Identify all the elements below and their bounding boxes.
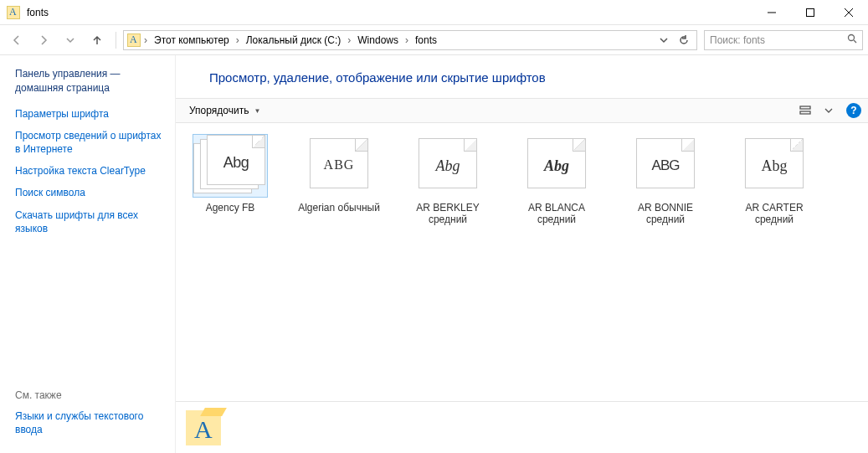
svg-point-4 [849,35,855,41]
font-name-label: AR BERKLEY средний [402,202,494,227]
sidebar-link-download-fonts[interactable]: Скачать шрифты для всех языков [15,208,165,235]
font-sample-text: Abg [528,157,585,175]
font-sample-text: ABG [311,157,367,172]
sidebar: Панель управления — домашняя страница Па… [0,55,176,453]
font-item[interactable]: AbgAR BERKLEY средний [402,135,494,227]
breadcrumb[interactable]: fonts [412,31,440,49]
control-panel-home-link[interactable]: Панель управления — домашняя страница [15,67,165,95]
chevron-right-icon[interactable]: › [142,34,149,46]
chevron-down-icon: ▼ [254,107,260,115]
see-also-heading: См. также [15,389,165,401]
forward-button[interactable] [32,28,55,52]
organize-button[interactable]: Упорядочить ▼ [182,103,267,118]
font-name-label: Agency FB [206,202,255,227]
refresh-button[interactable] [675,31,693,49]
font-item[interactable]: AbgAR BLANCA средний [511,135,603,227]
search-icon[interactable] [847,33,857,46]
font-sample-text: Abg [746,157,803,175]
font-preview-tile: Abg [411,135,485,197]
address-dropdown-button[interactable] [655,31,673,49]
breadcrumb[interactable]: Windows [354,31,402,49]
titlebar: fonts [0,0,868,25]
svg-rect-7 [800,111,810,114]
chevron-right-icon[interactable]: › [346,34,352,46]
help-button[interactable]: ? [846,103,861,118]
up-button[interactable] [85,28,109,52]
view-dropdown-button[interactable] [818,101,840,120]
font-sample-text: ABG [637,157,694,174]
font-sample-text: Abg [419,157,476,175]
font-item[interactable]: ABGAlgerian обычный [293,135,385,227]
chevron-right-icon[interactable]: › [234,34,241,46]
svg-rect-1 [807,8,814,16]
window-title: fonts [27,7,49,18]
search-box[interactable] [704,30,863,50]
main-content: Просмотр, удаление, отображение или скры… [176,55,868,453]
font-name-label: AR BONNIE средний [619,202,711,227]
back-button[interactable] [5,28,28,52]
toolbar: Упорядочить ▼ ? [176,98,868,123]
font-name-label: Algerian обычный [298,202,380,227]
font-sample-text: Abg [208,154,265,172]
navigation-bar: › Этот компьютер › Локальный диск (C:) ›… [0,25,868,55]
maximize-button[interactable] [791,0,829,25]
font-name-label: AR BLANCA средний [511,202,603,227]
font-name-label: AR CARTER средний [728,202,820,227]
breadcrumb[interactable]: Локальный диск (C:) [243,31,345,49]
font-preview-tile: ABG [629,135,702,197]
recent-dropdown[interactable] [59,28,82,52]
font-item[interactable]: ABGAR BONNIE средний [619,135,711,227]
chevron-right-icon[interactable]: › [403,34,410,46]
address-bar[interactable]: › Этот компьютер › Локальный диск (C:) ›… [123,30,697,50]
sidebar-link-character-map[interactable]: Поиск символа [15,186,165,199]
view-options-button[interactable] [794,101,816,120]
fonts-folder-icon [7,6,20,19]
organize-label: Упорядочить [189,105,249,116]
svg-line-5 [854,40,856,43]
sidebar-link-cleartype[interactable]: Настройка текста ClearType [15,164,165,178]
page-heading: Просмотр, удаление, отображение или скры… [176,55,868,98]
font-preview-tile: Abg [520,135,593,197]
font-item[interactable]: AbgAgency FB [184,135,276,227]
fonts-folder-large-icon [186,410,221,445]
breadcrumb[interactable]: Этот компьютер [151,31,233,49]
status-bar [176,401,868,453]
font-preview-tile: Abg [193,135,267,197]
search-input[interactable] [710,34,847,46]
location-icon [127,33,141,47]
sidebar-link-language-services[interactable]: Языки и службы текстового ввода [15,409,165,436]
font-preview-tile: Abg [737,135,811,197]
font-preview-tile: ABG [302,135,376,197]
separator [116,32,116,49]
minimize-button[interactable] [752,0,791,25]
sidebar-link-font-info-online[interactable]: Просмотр сведений о шрифтах в Интернете [15,129,165,156]
font-item[interactable]: AbgAR CARTER средний [728,135,820,227]
svg-rect-6 [800,106,810,109]
close-button[interactable] [829,0,868,25]
sidebar-link-font-settings[interactable]: Параметры шрифта [15,107,165,121]
